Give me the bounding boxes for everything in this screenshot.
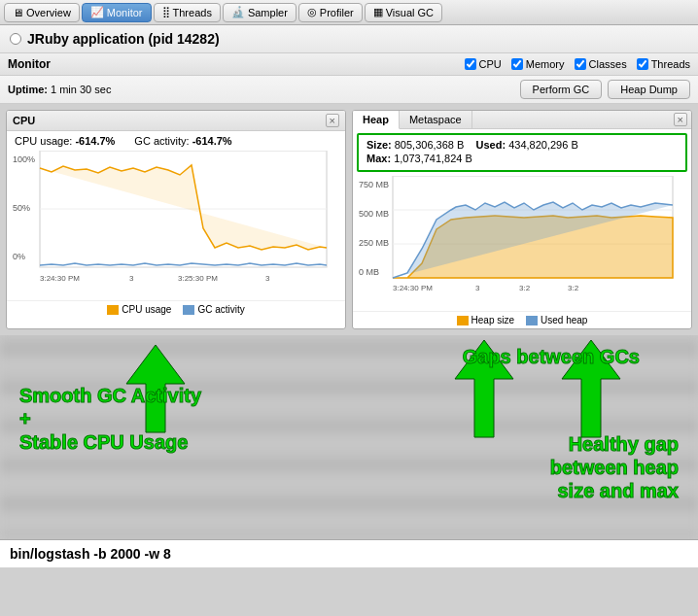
profiler-label: Profiler xyxy=(320,7,354,18)
visual-gc-tab[interactable]: ▦ Visual GC xyxy=(365,3,442,22)
threads-tab[interactable]: ⣿ Threads xyxy=(154,3,221,22)
heap-size-value: 805,306,368 B xyxy=(395,139,465,151)
svg-text:3:2: 3:2 xyxy=(519,284,531,292)
sampler-label: Sampler xyxy=(248,7,288,18)
visual-gc-icon: ▦ xyxy=(373,6,383,18)
sampler-icon: 🔬 xyxy=(231,6,245,18)
heap-size-row: Size: 805,306,368 B Used: 434,820,296 B xyxy=(366,139,678,151)
gc-activity-stat: GC activity: -614.7% xyxy=(134,135,231,147)
annotation-right-line3: between heap xyxy=(550,456,679,479)
svg-text:250 MB: 250 MB xyxy=(359,238,389,248)
memory-checkbox-label[interactable]: Memory xyxy=(511,58,565,70)
svg-text:100%: 100% xyxy=(13,154,35,164)
profiler-tab[interactable]: ◎ Profiler xyxy=(298,3,363,22)
cpu-chart-svg-area: 100% 50% 0% 3:24:30 PM 3 3:25:30 PM 3 xyxy=(7,151,345,300)
action-buttons: Perform GC Heap Dump xyxy=(520,80,690,99)
svg-text:3:24:30 PM: 3:24:30 PM xyxy=(40,274,80,283)
annotation-right-line2: Healthy gap xyxy=(550,432,679,456)
monitor-tab[interactable]: 📈 Monitor xyxy=(82,3,152,22)
uptime-display: Uptime: 1 min 30 sec xyxy=(8,84,111,95)
heap-chart-svg-area: 750 MB 500 MB 250 MB 0 MB 3:24:30 PM 3 xyxy=(353,176,691,311)
monitor-checkboxes: CPU Memory Classes Threads xyxy=(465,58,690,70)
used-heap-legend-color xyxy=(526,316,538,325)
right-annotation-top: Gaps between GCs xyxy=(463,345,640,368)
charts-area: CPU × CPU usage: -614.7% GC activity: -6… xyxy=(0,104,698,335)
svg-text:50%: 50% xyxy=(13,203,30,213)
metaspace-tab[interactable]: Metaspace xyxy=(400,111,472,128)
gc-activity-legend: GC activity xyxy=(183,304,244,315)
annotation-left-line3: Stable CPU Usage xyxy=(19,430,201,454)
visual-gc-label: Visual GC xyxy=(386,7,434,18)
heap-chart-svg: 750 MB 500 MB 250 MB 0 MB 3:24:30 PM 3 xyxy=(359,176,680,302)
overview-icon: 🖥 xyxy=(13,7,23,18)
heap-used-label: Used: xyxy=(476,139,506,151)
gc-activity-legend-color xyxy=(183,305,194,315)
threads-icon: ⣿ xyxy=(162,6,170,18)
uptime-bar: Uptime: 1 min 30 sec Perform GC Heap Dum… xyxy=(0,76,698,104)
heap-tab[interactable]: Heap xyxy=(353,111,400,129)
heap-dump-button[interactable]: Heap Dump xyxy=(608,80,690,99)
heap-max-value: 1,073,741,824 B xyxy=(394,153,472,164)
annotation-left-line1: Smooth GC Activity xyxy=(19,384,201,407)
heap-chart-legend: Heap size Used heap xyxy=(353,311,691,328)
cpu-chart-legend: CPU usage GC activity xyxy=(7,300,345,318)
heap-chart-panel: Heap Metaspace × Size: 805,306,368 B Use… xyxy=(352,110,692,329)
heap-size-legend: Heap size xyxy=(457,315,514,325)
classes-checkbox-label[interactable]: Classes xyxy=(575,58,627,70)
used-heap-legend: Used heap xyxy=(526,315,587,325)
overview-label: Overview xyxy=(26,7,71,18)
cpu-chart-header: CPU × xyxy=(7,111,345,131)
heap-used-value: 434,820,296 B xyxy=(508,139,578,151)
cpu-usage-value: -614.7% xyxy=(75,135,115,147)
monitor-label: Monitor xyxy=(107,7,143,18)
memory-checkbox[interactable] xyxy=(511,58,523,70)
left-annotation: Smooth GC Activity + Stable CPU Usage xyxy=(19,384,201,454)
sampler-tab[interactable]: 🔬 Sampler xyxy=(223,3,297,22)
cpu-chart-panel: CPU × CPU usage: -614.7% GC activity: -6… xyxy=(6,110,346,329)
annotation-right-line4: size and max xyxy=(550,479,679,502)
threads-checkbox[interactable] xyxy=(637,58,648,70)
svg-text:0 MB: 0 MB xyxy=(359,267,379,277)
svg-text:3:25:30 PM: 3:25:30 PM xyxy=(178,274,218,283)
monitor-bar: Monitor CPU Memory Classes Threads xyxy=(0,53,698,76)
threads-label: Threads xyxy=(173,7,212,18)
right-annotation-bottom: Healthy gap between heap size and max xyxy=(550,432,679,502)
monitor-section-title: Monitor xyxy=(8,57,51,71)
cpu-chart-close-button[interactable]: × xyxy=(326,114,339,127)
heap-chart-close-button[interactable]: × xyxy=(674,113,687,126)
cpu-chart-stats: CPU usage: -614.7% GC activity: -614.7% xyxy=(7,131,345,151)
annotation-right-line1: Gaps between GCs xyxy=(463,345,640,368)
heap-info-box: Size: 805,306,368 B Used: 434,820,296 B … xyxy=(357,133,687,172)
cpu-checkbox[interactable] xyxy=(465,58,476,70)
heap-max-row: Max: 1,073,741,824 B xyxy=(366,153,678,164)
cpu-usage-label: CPU usage: xyxy=(15,135,72,147)
svg-text:3: 3 xyxy=(265,274,270,283)
svg-text:3:2: 3:2 xyxy=(568,284,579,292)
used-heap-legend-label: Used heap xyxy=(541,315,587,325)
perform-gc-button[interactable]: Perform GC xyxy=(520,80,603,99)
svg-text:0%: 0% xyxy=(13,252,25,261)
cpu-usage-legend: CPU usage xyxy=(107,304,171,315)
cpu-usage-legend-color xyxy=(107,305,119,315)
app-title: JRuby application (pid 14282) xyxy=(27,31,220,47)
overview-tab[interactable]: 🖥 Overview xyxy=(4,3,80,22)
heap-tabs: Heap Metaspace × xyxy=(353,111,691,129)
classes-checkbox-text: Classes xyxy=(589,58,627,70)
uptime-value: 1 min 30 sec xyxy=(51,84,111,95)
svg-text:3: 3 xyxy=(475,284,480,292)
cpu-checkbox-label[interactable]: CPU xyxy=(465,58,502,70)
heap-size-legend-color xyxy=(457,316,469,325)
cpu-usage-stat: CPU usage: -614.7% xyxy=(15,135,115,147)
cpu-chart-svg: 100% 50% 0% 3:24:30 PM 3 3:25:30 PM 3 xyxy=(13,151,333,291)
uptime-label: Uptime: xyxy=(8,84,48,95)
heap-size-legend-label: Heap size xyxy=(471,315,514,325)
svg-text:500 MB: 500 MB xyxy=(359,209,389,219)
heap-max-label: Max: xyxy=(366,153,391,164)
threads-checkbox-label[interactable]: Threads xyxy=(637,58,690,70)
classes-checkbox[interactable] xyxy=(575,58,586,70)
toolbar: 🖥 Overview 📈 Monitor ⣿ Threads 🔬 Sampler… xyxy=(0,0,698,25)
annotation-area: Smooth GC Activity + Stable CPU Usage Ga… xyxy=(0,335,698,539)
cpu-usage-legend-label: CPU usage xyxy=(122,304,171,315)
memory-checkbox-text: Memory xyxy=(526,58,565,70)
app-title-bar: JRuby application (pid 14282) xyxy=(0,25,698,53)
